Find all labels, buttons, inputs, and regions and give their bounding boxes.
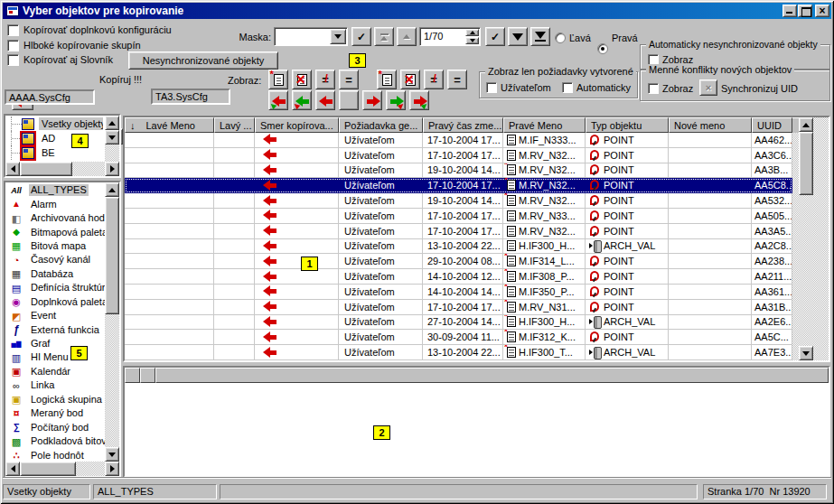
copy-dictionary-checkbox[interactable] — [7, 54, 19, 66]
synchronize-uid-button[interactable]: × — [699, 79, 717, 96]
show-requests-button[interactable] — [377, 70, 397, 89]
list-vscrollbar[interactable] — [105, 182, 119, 462]
scroll-thumb[interactable] — [799, 132, 813, 195]
show-requests-button[interactable] — [268, 70, 288, 89]
object-type-item[interactable]: ◔ Časový kanál — [5, 253, 105, 266]
object-type-item[interactable]: ∞ Linka — [5, 378, 105, 392]
minimize-button[interactable] — [782, 5, 797, 17]
scroll-right-button[interactable] — [105, 162, 119, 176]
object-type-item[interactable]: ▩ Podkladová bitová — [5, 434, 105, 448]
scroll-up-button[interactable] — [105, 182, 119, 197]
object-type-item[interactable]: ◧ Archivovaná hodn — [5, 211, 105, 225]
spin-up-button[interactable] — [465, 29, 479, 36]
scroll-down-button[interactable] — [105, 130, 119, 145]
table-row[interactable]: Užívateľom 19-10-2004 14... M.RV_N32... … — [125, 163, 792, 179]
dir-left-red-button[interactable] — [315, 90, 335, 110]
table-row[interactable]: Užívateľom 17-10-2004 17... M.RV_N33... … — [125, 209, 792, 224]
object-type-item[interactable]: ◉ Doplnková paleta — [5, 295, 105, 309]
scroll-down-button[interactable] — [105, 447, 119, 462]
left-side-radio[interactable] — [555, 33, 566, 43]
scroll-up-button[interactable] — [799, 117, 813, 132]
requests-by-user-checkbox[interactable] — [486, 82, 497, 93]
deep-copy-groups-checkbox[interactable] — [7, 40, 19, 51]
column-header-4[interactable]: Požiadavka ge... — [339, 117, 423, 133]
table-row[interactable]: Užívateľom 17-10-2004 17... M.IF_N333...… — [125, 133, 792, 148]
page-spinner[interactable]: 1/70 — [419, 27, 481, 46]
table-row[interactable]: Užívateľom 13-10-2004 22... H.IF300_T...… — [125, 345, 792, 360]
list-hscrollbar[interactable] — [5, 462, 119, 476]
column-header-9[interactable]: UUID — [752, 117, 792, 133]
requests-automatic-checkbox[interactable] — [562, 82, 573, 93]
table-row[interactable]: Užívateľom 29-10-2004 08... M.IF314_L...… — [125, 254, 792, 269]
object-type-item[interactable]: ▦ Bitová mapa — [5, 239, 105, 253]
column-header-2[interactable]: Lavý ... — [214, 117, 255, 133]
unsynchronized-objects-button[interactable]: Nesynchronizované objekty — [128, 51, 278, 70]
show-different-button[interactable] — [424, 70, 444, 89]
table-vscrollbar[interactable] — [799, 117, 813, 360]
column-header-3[interactable]: Smer kopírova... — [255, 117, 339, 133]
dir-right-red-green-button[interactable] — [409, 90, 429, 110]
object-type-item[interactable]: ◩ Event — [5, 309, 105, 322]
show-deleted-button[interactable] — [400, 70, 420, 89]
go-to-page-button[interactable]: ✓ — [485, 27, 505, 46]
object-type-item[interactable]: ▤ Definícia štruktúry — [5, 281, 105, 294]
column-header-1[interactable]: ↓Lavé Meno — [125, 117, 214, 133]
target-system-field[interactable]: TA3.SysCfg — [151, 89, 230, 105]
scroll-up-button[interactable] — [105, 116, 119, 130]
object-type-item[interactable]: ▣ Kalendár — [5, 365, 105, 378]
detail-header-cell-2[interactable] — [140, 368, 155, 383]
object-type-item[interactable]: ◆ Bitmapová paleta — [5, 225, 105, 238]
object-type-item[interactable]: ¤ Meraný bod — [5, 406, 105, 420]
first-page-button[interactable] — [374, 27, 394, 46]
dir-left-green-red-button[interactable] — [292, 90, 312, 110]
column-header-7[interactable]: Typ objektu — [586, 117, 669, 133]
close-button[interactable]: × — [815, 5, 829, 17]
column-header-5[interactable]: Pravý čas zme... — [423, 117, 503, 133]
table-row[interactable]: Užívateľom 13-10-2004 22... H.IF300_H...… — [125, 239, 792, 255]
object-type-item[interactable]: ▥ HI Menu — [5, 350, 105, 364]
scroll-left-button[interactable] — [5, 162, 20, 176]
object-type-item[interactable]: ▦ Databáza — [5, 267, 105, 281]
scroll-thumb[interactable] — [20, 462, 76, 476]
dir-left-red-green-button[interactable] — [268, 90, 288, 110]
maska-combobox[interactable] — [274, 27, 348, 46]
maximize-button[interactable] — [798, 5, 812, 17]
table-row[interactable]: Užívateľom 14-10-2004 12... M.IF308_P...… — [125, 269, 792, 285]
tree-item[interactable]: Vsetky objekty — [5, 117, 103, 131]
copy-extra-config-checkbox[interactable] — [7, 24, 19, 36]
tree-vscrollbar[interactable] — [105, 116, 119, 162]
object-type-item[interactable]: ∴ Pole hodnôt — [5, 448, 105, 462]
scroll-right-button[interactable] — [105, 462, 119, 476]
show-deleted-button[interactable] — [292, 70, 312, 89]
table-row[interactable]: Užívateľom 17-10-2004 17... M.RV_N31... … — [125, 300, 792, 315]
dir-none-button[interactable] — [339, 90, 359, 110]
conflicts-show-checkbox[interactable] — [648, 83, 659, 94]
table-row[interactable]: Užívateľom 17-10-2004 17... M.RV_N32... … — [125, 148, 792, 163]
object-type-item[interactable]: ƒ Externá funkcia — [5, 322, 105, 336]
table-row[interactable]: Užívateľom 14-10-2004 14... M.IF350_P...… — [125, 285, 792, 300]
previous-page-button[interactable] — [397, 27, 417, 46]
scroll-left-button[interactable] — [5, 462, 20, 476]
show-different-button[interactable] — [315, 70, 335, 89]
object-type-item[interactable]: All ALL_TYPES — [5, 183, 105, 197]
maska-dropdown-button[interactable] — [330, 29, 346, 44]
table-row[interactable]: Užívateľom 17-10-2004 17... M.RV_N32... … — [125, 178, 792, 193]
column-header-8[interactable]: Nové meno — [669, 117, 752, 133]
last-page-button[interactable] — [530, 27, 550, 46]
table-row[interactable]: Užívateľom 30-09-2004 11... M.IF312_K...… — [125, 330, 792, 345]
dir-right-green-red-button[interactable] — [386, 90, 406, 110]
next-page-button[interactable] — [508, 27, 528, 46]
scroll-thumb[interactable] — [105, 197, 119, 314]
show-equal-button[interactable] — [339, 70, 359, 89]
source-system-field[interactable]: AAAA.SysCfg — [5, 89, 95, 105]
table-row[interactable]: Užívateľom 19-10-2004 14... M.RV_N32... … — [125, 193, 792, 209]
dir-right-red-button[interactable] — [362, 90, 382, 110]
column-header-6[interactable]: Pravé Meno — [503, 117, 586, 133]
detail-header-cell-3[interactable] — [155, 368, 829, 383]
object-type-item[interactable]: ▲ Alarm — [5, 197, 105, 210]
table-row[interactable]: Užívateľom 17-10-2004 17... M.RV_N32... … — [125, 224, 792, 239]
object-type-item[interactable]: ▅▇ Graf — [5, 337, 105, 350]
scroll-down-button[interactable] — [799, 346, 813, 360]
tree-hscrollbar[interactable] — [5, 162, 119, 176]
spin-down-button[interactable] — [465, 37, 479, 44]
